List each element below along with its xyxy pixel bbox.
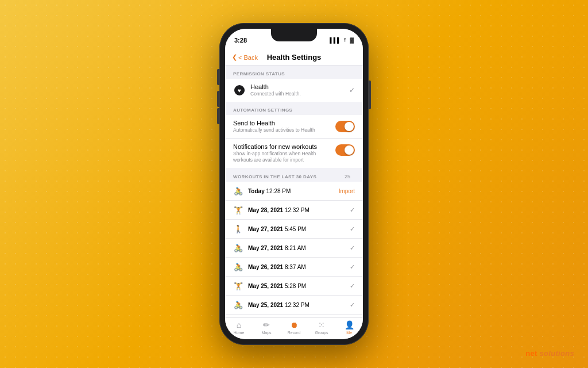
- strength-icon-2: 🏋: [233, 281, 243, 291]
- notifications-toggle[interactable]: [335, 144, 355, 156]
- health-permission-text: Health Connected with Health.: [250, 83, 349, 97]
- workout-date-may28: May 28, 2021 12:32 PM: [248, 207, 350, 213]
- status-bar: 3:28 ▌▌▌ ⇡ ▓: [225, 29, 363, 48]
- notifications-subtitle: Show in-app notifications when Health wo…: [233, 151, 335, 163]
- status-time: 3:28: [234, 37, 247, 44]
- nav-bar: ❮ < Back Health Settings: [225, 48, 363, 66]
- watermark-brand: solutions: [540, 349, 574, 358]
- tab-maps-label: Maps: [261, 331, 271, 335]
- workout-date-may25a: May 25, 2021 5:28 PM: [248, 283, 350, 289]
- watermark-prefix: net: [525, 349, 539, 358]
- heart-icon: ♥: [234, 85, 245, 95]
- cycling-icon: 🚴: [233, 186, 243, 196]
- check-icon-may27a: ✓: [350, 225, 355, 233]
- notifications-text: Notifications for new workouts Show in-a…: [233, 143, 335, 163]
- back-button[interactable]: ❮ < Back: [232, 53, 258, 61]
- workouts-header: WORKOUTS IN THE LAST 30 DAYS: [233, 174, 316, 179]
- me-icon: 👤: [345, 320, 354, 329]
- cycling-icon-3: 🚴: [233, 262, 243, 272]
- workouts-card: 🚴 Today 12:28 PM Import 🏋 May 28, 2021 1…: [225, 182, 363, 317]
- check-icon-may25a: ✓: [350, 282, 355, 290]
- health-permission-item[interactable]: ♥ Health Connected with Health. ✓: [225, 79, 363, 102]
- workout-item-may28[interactable]: 🏋 May 28, 2021 12:32 PM ✓: [225, 201, 363, 220]
- send-to-health-text: Send to Health Automatically send activi…: [233, 120, 335, 133]
- health-permission-title: Health: [250, 83, 349, 90]
- status-icons: ▌▌▌ ⇡ ▓: [330, 37, 354, 43]
- check-icon-may28: ✓: [350, 206, 355, 214]
- back-label: < Back: [238, 54, 258, 61]
- workout-item-may26[interactable]: 🚴 May 26, 2021 8:37 AM ✓: [225, 258, 363, 277]
- cycling-icon-2: 🚴: [233, 243, 243, 253]
- send-to-health-toggle[interactable]: [335, 121, 355, 132]
- workout-date-may25b: May 25, 2021 12:32 PM: [248, 302, 350, 308]
- health-permission-subtitle: Connected with Health.: [250, 91, 349, 97]
- content-area: PERMISSION STATUS ♥ Health Connected wit…: [225, 66, 363, 317]
- page-title: Health Settings: [267, 53, 322, 62]
- notifications-title: Notifications for new workouts: [233, 143, 335, 150]
- workout-date-may27a: May 27, 2021 5:45 PM: [248, 226, 350, 232]
- watermark: net solutions: [525, 349, 574, 358]
- health-check-icon: ✓: [349, 86, 355, 94]
- import-button-today[interactable]: Import: [339, 188, 355, 194]
- tab-groups[interactable]: ⁙ Groups: [308, 320, 335, 335]
- workout-date-may27b: May 27, 2021 8:21 AM: [248, 245, 350, 251]
- workout-item-may27b[interactable]: 🚴 May 27, 2021 8:21 AM ✓: [225, 239, 363, 258]
- health-app-icon: ♥: [233, 84, 246, 97]
- permission-status-card: ♥ Health Connected with Health. ✓: [225, 79, 363, 102]
- groups-icon: ⁙: [318, 320, 325, 329]
- wifi-icon: ⇡: [343, 37, 347, 43]
- cycling-icon-4: 🚴: [233, 300, 243, 310]
- permission-status-header: PERMISSION STATUS: [225, 66, 363, 79]
- tab-me[interactable]: 👤 Me: [335, 320, 363, 335]
- phone-shell: 3:28 ▌▌▌ ⇡ ▓ ❮ < Back Health Settings PE…: [219, 23, 369, 345]
- phone-screen: 3:28 ▌▌▌ ⇡ ▓ ❮ < Back Health Settings PE…: [225, 29, 363, 339]
- workout-date-today: Today 12:28 PM: [248, 188, 339, 194]
- tab-record[interactable]: ⏺ Record: [280, 320, 308, 335]
- tab-me-label: Me: [346, 331, 352, 335]
- workout-date-may26: May 26, 2021 8:37 AM: [248, 264, 350, 270]
- notifications-item[interactable]: Notifications for new workouts Show in-a…: [225, 139, 363, 168]
- automation-settings-card: Send to Health Automatically send activi…: [225, 115, 363, 168]
- maps-icon: ✏: [263, 320, 270, 329]
- tab-bar: ⌂ Home ✏ Maps ⏺ Record ⁙ Groups 👤 Me: [225, 317, 363, 339]
- strength-icon: 🏋: [233, 205, 243, 215]
- walking-icon: 🚶: [233, 224, 243, 234]
- tab-home[interactable]: ⌂ Home: [225, 320, 253, 335]
- notch: [271, 29, 317, 41]
- send-to-health-subtitle: Automatically send activities to Health: [233, 127, 335, 133]
- home-icon: ⌂: [237, 320, 241, 329]
- workout-item-may27a[interactable]: 🚶 May 27, 2021 5:45 PM ✓: [225, 220, 363, 239]
- tab-groups-label: Groups: [315, 331, 328, 335]
- battery-icon: ▓: [350, 37, 354, 43]
- tab-record-label: Record: [288, 331, 301, 335]
- workout-item-may25b[interactable]: 🚴 May 25, 2021 12:32 PM ✓: [225, 296, 363, 315]
- automation-settings-header: AUTOMATION SETTINGS: [225, 102, 363, 115]
- check-icon-may26: ✓: [350, 263, 355, 271]
- send-to-health-title: Send to Health: [233, 120, 335, 126]
- check-icon-may25b: ✓: [350, 301, 355, 309]
- workout-item-today[interactable]: 🚴 Today 12:28 PM Import: [225, 182, 363, 201]
- workouts-section-row: WORKOUTS IN THE LAST 30 DAYS 25: [225, 168, 363, 182]
- record-icon: ⏺: [290, 320, 298, 329]
- check-icon-may27b: ✓: [350, 244, 355, 252]
- tab-home-label: Home: [234, 331, 245, 335]
- send-to-health-item[interactable]: Send to Health Automatically send activi…: [225, 115, 363, 139]
- workout-item-may25a[interactable]: 🏋 May 25, 2021 5:28 PM ✓: [225, 277, 363, 296]
- chevron-left-icon: ❮: [232, 53, 237, 61]
- tab-maps[interactable]: ✏ Maps: [253, 320, 280, 335]
- workouts-count: 25: [345, 174, 350, 179]
- signal-icon: ▌▌▌: [330, 37, 341, 43]
